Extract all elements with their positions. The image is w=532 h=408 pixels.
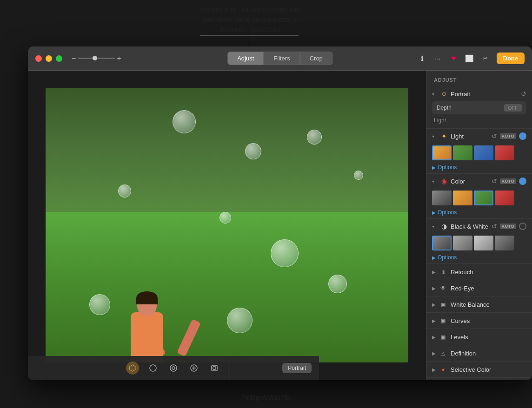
tab-filters[interactable]: Filters <box>264 52 299 65</box>
color-thumb-4[interactable] <box>495 191 514 205</box>
svg-point-0 <box>150 365 156 371</box>
section-bw-header[interactable]: ▾ ◑ Black & White ↺ AUTO <box>426 219 532 234</box>
light-options-row: ▶ Options <box>426 163 532 173</box>
tab-crop[interactable]: Crop <box>300 52 332 65</box>
zoom-in-button[interactable]: + <box>117 54 121 63</box>
bw-thumb-4[interactable] <box>495 236 514 250</box>
color-thumb-3[interactable] <box>474 191 493 205</box>
red-eye-chevron: ▶ <box>432 286 436 291</box>
depth-value[interactable]: OFF <box>504 104 522 112</box>
titlebar-right: ℹ ··· ♥ ⬜ ✂ Done <box>418 53 525 64</box>
photo <box>46 88 408 362</box>
bw-auto-badge[interactable]: AUTO <box>500 224 516 229</box>
definition-icon: △ <box>439 349 447 357</box>
color-reset[interactable]: ↺ <box>492 178 497 185</box>
panel-header: ADJUST <box>426 71 532 86</box>
bw-thumb-3[interactable] <box>474 236 493 250</box>
filter-icon-1[interactable] <box>146 362 160 375</box>
zoom-control: − + <box>72 54 121 63</box>
section-portrait-header[interactable]: ▾ ⊙ Portrait ↺ <box>426 86 532 101</box>
curves-icon: ▣ <box>439 317 447 324</box>
zoom-slider[interactable] <box>78 58 115 59</box>
levels-item[interactable]: ▶ ▣ Levels <box>426 329 532 345</box>
definition-item[interactable]: ▶ △ Definition <box>426 345 532 361</box>
bubble-8 <box>89 294 110 315</box>
light-reset[interactable]: ↺ <box>492 132 497 140</box>
light-options-button[interactable]: ▶ Options <box>432 164 526 171</box>
fullscreen-button[interactable] <box>56 55 62 62</box>
curves-item[interactable]: ▶ ▣ Curves <box>426 313 532 329</box>
close-button[interactable] <box>35 55 42 62</box>
bubble-9 <box>354 171 363 180</box>
portrait-chevron: ▾ <box>432 92 438 97</box>
light-toggle[interactable] <box>519 132 526 140</box>
light-link[interactable]: Light <box>432 117 526 124</box>
light-title: Light <box>451 133 489 140</box>
depth-label: Depth <box>437 105 504 111</box>
bw-toggle[interactable] <box>519 223 526 230</box>
color-title: Color <box>451 178 489 185</box>
bw-reset[interactable]: ↺ <box>492 223 497 230</box>
selective-color-item[interactable]: ▶ ● Selective Color <box>426 362 532 377</box>
zoom-out-button[interactable]: − <box>72 54 76 63</box>
filter-icon-4[interactable] <box>208 362 221 375</box>
share-icon[interactable]: ⬜ <box>465 54 474 63</box>
levels-label: Levels <box>451 334 526 341</box>
color-thumb-2[interactable] <box>453 191 472 205</box>
bubble-7 <box>307 130 322 145</box>
definition-label: Definition <box>451 350 526 357</box>
section-bw: ▾ ◑ Black & White ↺ AUTO ▶ Options <box>426 219 532 264</box>
color-options-row: ▶ Options <box>426 208 532 218</box>
edit-icon[interactable]: ✂ <box>481 54 490 63</box>
light-thumb-4[interactable] <box>495 145 514 160</box>
selective-color-label: Selective Color <box>451 366 526 373</box>
bw-icon: ◑ <box>440 223 448 230</box>
color-toggle[interactable] <box>519 178 526 185</box>
tab-adjust[interactable]: Adjust <box>227 52 264 65</box>
done-button[interactable]: Done <box>497 53 525 64</box>
portrait-mode-icon[interactable]: ⬡ <box>126 362 139 375</box>
light-thumb-1[interactable] <box>432 145 452 160</box>
levels-icon: ▣ <box>439 333 447 341</box>
bw-options-button[interactable]: ▶ Options <box>432 254 526 261</box>
color-thumb-1[interactable] <box>432 191 452 205</box>
white-balance-item[interactable]: ▶ ▣ White Balance <box>426 296 532 312</box>
portrait-button[interactable]: Portrait <box>282 363 312 373</box>
portrait-reset[interactable]: ↺ <box>521 90 526 98</box>
tooltip-text: Noklikšķiniet, lai veiktu korekcijas, pi… <box>158 5 344 35</box>
titlebar: − + Adjust Filters Crop ℹ ··· ♥ ⬜ ✂ Done <box>28 46 532 71</box>
minimize-button[interactable] <box>46 55 52 62</box>
svg-rect-7 <box>213 367 216 369</box>
section-red-eye: ▶ 👁 Red-Eye <box>426 280 532 296</box>
curves-chevron: ▶ <box>432 318 436 323</box>
color-options-button[interactable]: ▶ Options <box>432 209 526 216</box>
filter-icon-2[interactable] <box>167 362 180 375</box>
light-thumb-3[interactable] <box>474 145 493 160</box>
bubble-10 <box>227 308 253 333</box>
favorite-icon[interactable]: ♥ <box>449 54 459 63</box>
bw-thumb-2[interactable] <box>453 236 472 250</box>
color-auto-badge[interactable]: AUTO <box>500 178 516 184</box>
section-white-balance: ▶ ▣ White Balance <box>426 296 532 313</box>
svg-rect-6 <box>212 365 217 371</box>
light-auto-badge[interactable]: AUTO <box>500 133 516 139</box>
bw-thumb-1[interactable] <box>432 236 452 250</box>
bubble-1 <box>173 110 196 133</box>
retouch-chevron: ▶ <box>432 270 436 275</box>
svg-point-2 <box>172 367 175 369</box>
filter-icon-3[interactable] <box>187 362 200 375</box>
right-panel: ADJUST ▾ ⊙ Portrait ↺ Depth OFF Light <box>426 71 532 380</box>
bubble-2 <box>245 143 261 159</box>
section-color-header[interactable]: ▾ ◉ Color ↺ AUTO <box>426 174 532 189</box>
section-portrait: ▾ ⊙ Portrait ↺ Depth OFF Light <box>426 86 532 129</box>
red-eye-item[interactable]: ▶ 👁 Red-Eye <box>426 280 532 296</box>
bw-chevron: ▾ <box>432 224 438 229</box>
more-options-icon[interactable]: ··· <box>433 54 443 63</box>
selective-color-icon: ● <box>439 366 447 373</box>
retouch-item[interactable]: ▶ ⊕ Retouch <box>426 264 532 280</box>
info-icon[interactable]: ℹ <box>418 54 427 63</box>
light-thumb-2[interactable] <box>453 145 472 160</box>
light-options-chevron: ▶ <box>432 165 436 170</box>
section-light-header[interactable]: ▾ ✦ Light ↺ AUTO <box>426 129 532 144</box>
curves-label: Curves <box>451 317 526 324</box>
